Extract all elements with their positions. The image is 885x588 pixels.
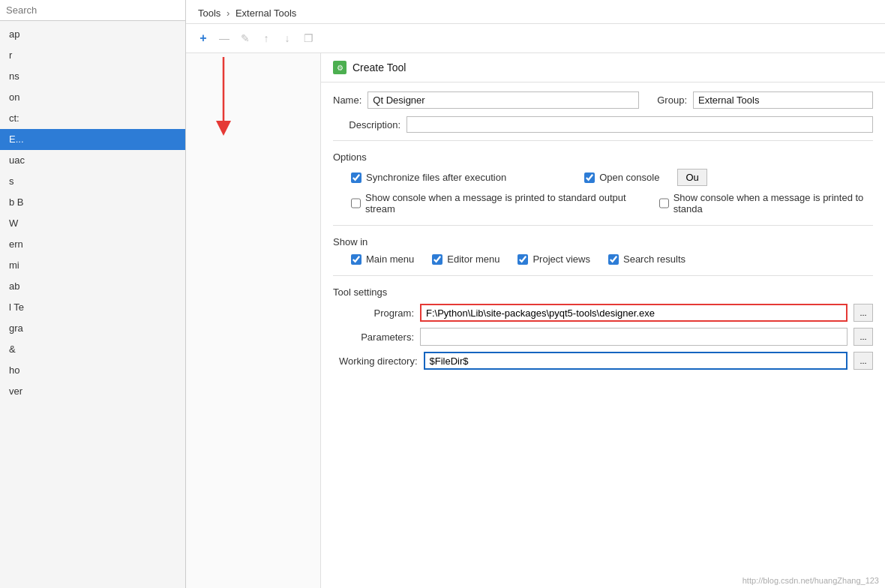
working-dir-row: Working directory: ... — [333, 352, 873, 370]
tools-list-panel — [186, 53, 321, 588]
sidebar-item-ern[interactable]: ern — [0, 234, 185, 255]
open-console-label: Open console — [599, 172, 659, 183]
copy-tool-button[interactable]: ❐ — [298, 28, 318, 48]
search-results-label: Search results — [623, 254, 686, 265]
breadcrumb-parent: Tools — [198, 8, 220, 19]
working-dir-label: Working directory: — [339, 356, 418, 367]
description-row: Description: — [333, 116, 873, 133]
group-label: Group: — [657, 94, 687, 106]
watermark: http://blog.csdn.net/huangZhang_123 — [742, 576, 879, 585]
content-area: ⚙ Create Tool Name: Group: — [186, 53, 885, 588]
description-label: Description: — [333, 119, 400, 130]
divider-2 — [333, 225, 873, 226]
program-row: Program: ... — [333, 304, 873, 322]
create-tool-icon: ⚙ — [333, 61, 346, 74]
name-group-row: Name: Group: — [333, 92, 873, 109]
parameters-row: Parameters: ... — [333, 328, 873, 346]
sync-files-item: Synchronize files after execution — [351, 172, 506, 183]
sidebar-search-input[interactable] — [0, 0, 185, 21]
show-console2-checkbox[interactable] — [659, 198, 669, 208]
show-console-item: Show console when a message is printed t… — [351, 192, 629, 214]
breadcrumb: Tools › External Tools — [186, 0, 885, 24]
tool-settings-section: Tool settings Program: ... Parameters: .… — [333, 286, 873, 370]
sidebar-item-on[interactable]: on — [0, 87, 185, 108]
main-menu-item: Main menu — [351, 254, 414, 265]
breadcrumb-separator: › — [226, 8, 230, 19]
sync-files-label: Synchronize files after execution — [366, 172, 506, 183]
program-browse-button[interactable]: ... — [854, 304, 873, 322]
form-body: Name: Group: Description: Option — [321, 82, 885, 389]
main-panel: Tools › External Tools + — ✎ ↑ ↓ ❐ — [186, 0, 885, 588]
show-in-row: Main menu Editor menu Project views — [333, 254, 873, 265]
parameters-browse-button[interactable]: ... — [854, 328, 873, 346]
toolbar: + — ✎ ↑ ↓ ❐ — [186, 24, 885, 53]
editor-menu-checkbox[interactable] — [432, 254, 442, 265]
tool-icon-symbol: ⚙ — [337, 64, 344, 72]
sidebar-item-w[interactable]: W — [0, 213, 185, 234]
options-section: Options Synchronize files after executio… — [333, 152, 873, 214]
show-console-checkbox[interactable] — [351, 198, 361, 208]
options-section-label: Options — [333, 152, 873, 163]
show-console-row: Show console when a message is printed t… — [333, 192, 873, 214]
tool-settings-label: Tool settings — [333, 286, 873, 298]
sidebar-item-external[interactable]: E... — [0, 129, 185, 150]
search-results-checkbox[interactable] — [608, 254, 619, 265]
sidebar-items-list: ap r ns on ct: E... uac s b B W ern mi a… — [0, 21, 185, 405]
sidebar-item-ns[interactable]: ns — [0, 66, 185, 87]
sidebar-item-ap[interactable]: ap — [0, 24, 185, 45]
sidebar-item-ct[interactable]: ct: — [0, 108, 185, 129]
parameters-label: Parameters: — [339, 332, 414, 343]
name-input[interactable] — [368, 92, 639, 109]
sidebar-item-r[interactable]: r — [0, 45, 185, 66]
open-console-checkbox[interactable] — [584, 172, 595, 183]
sidebar-item-uac[interactable]: uac — [0, 150, 185, 171]
description-input[interactable] — [406, 116, 873, 133]
name-part: Name: — [333, 92, 639, 109]
sidebar: ap r ns on ct: E... uac s b B W ern mi a… — [0, 0, 186, 588]
red-arrow-annotation — [194, 53, 254, 143]
show-in-label: Show in — [333, 236, 873, 248]
sidebar-item-gra[interactable]: gra — [0, 318, 185, 339]
move-down-button[interactable]: ↓ — [278, 28, 297, 48]
show-in-section: Show in Main menu Editor menu Projec — [333, 236, 873, 265]
project-views-checkbox[interactable] — [518, 254, 528, 265]
add-tool-button[interactable]: + — [194, 28, 213, 48]
sidebar-item-s[interactable]: s — [0, 171, 185, 192]
sidebar-item-amp[interactable]: & — [0, 339, 185, 360]
sidebar-item-ab[interactable]: ab — [0, 276, 185, 297]
show-console2-label: Show console when a message is printed t… — [674, 192, 873, 214]
sync-console-row: Synchronize files after execution Open c… — [333, 169, 873, 186]
remove-tool-button[interactable]: — — [214, 28, 234, 48]
move-up-button[interactable]: ↑ — [256, 28, 276, 48]
divider-3 — [333, 275, 873, 276]
sidebar-item-bb[interactable]: b B — [0, 192, 185, 213]
working-dir-browse-button[interactable]: ... — [854, 352, 873, 370]
search-results-item: Search results — [608, 254, 686, 265]
program-label: Program: — [339, 308, 414, 319]
main-menu-checkbox[interactable] — [351, 254, 362, 265]
sidebar-item-ho[interactable]: ho — [0, 360, 185, 381]
editor-menu-item: Editor menu — [432, 254, 500, 265]
divider-1 — [333, 140, 873, 141]
program-input[interactable] — [420, 304, 848, 322]
create-tool-title: Create Tool — [352, 62, 406, 74]
group-input[interactable] — [693, 92, 873, 109]
output-button[interactable]: Ou — [677, 169, 706, 186]
edit-tool-button[interactable]: ✎ — [236, 28, 255, 48]
project-views-item: Project views — [518, 254, 590, 265]
open-console-item: Open console — [584, 172, 659, 183]
sync-files-checkbox[interactable] — [351, 172, 362, 183]
show-console2-item: Show console when a message is printed t… — [659, 192, 873, 214]
parameters-input[interactable] — [420, 328, 848, 346]
form-panel: ⚙ Create Tool Name: Group: — [321, 53, 885, 588]
create-tool-header: ⚙ Create Tool — [321, 53, 885, 82]
main-menu-label: Main menu — [366, 254, 414, 265]
sidebar-item-lte[interactable]: l Te — [0, 297, 185, 318]
editor-menu-label: Editor menu — [447, 254, 500, 265]
sidebar-item-mi[interactable]: mi — [0, 255, 185, 276]
project-views-label: Project views — [532, 254, 590, 265]
sidebar-item-ver[interactable]: ver — [0, 381, 185, 402]
show-console-label: Show console when a message is printed t… — [365, 192, 629, 214]
working-dir-input[interactable] — [424, 352, 848, 370]
name-label: Name: — [333, 94, 362, 106]
